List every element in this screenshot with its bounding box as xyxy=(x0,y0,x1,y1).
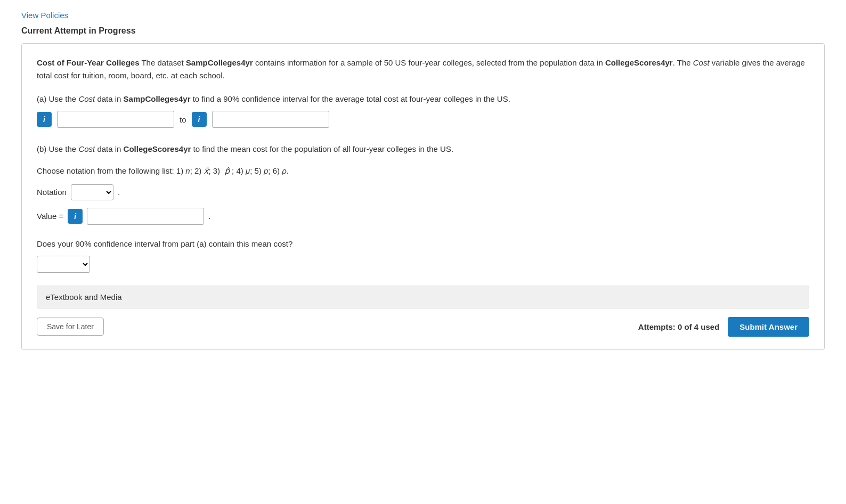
part-b-dataset: CollegeScores4yr xyxy=(124,144,191,153)
info-btn-right[interactable]: i xyxy=(192,112,207,127)
part-b-label: (b) Use the Cost data in CollegeScores4y… xyxy=(37,143,809,156)
main-content-box: Cost of Four-Year Colleges The dataset S… xyxy=(21,43,825,350)
info-btn-left[interactable]: i xyxy=(37,112,52,127)
part-b-text2: data in xyxy=(95,144,123,153)
notation-choose-text: Choose notation from the following list:… xyxy=(37,164,809,178)
notation-dot: . xyxy=(118,188,120,197)
part-b-text1: (b) Use the xyxy=(37,144,78,153)
problem-intro1: The dataset xyxy=(140,58,186,67)
contains-dropdown-row: Yes No xyxy=(37,256,809,273)
cost-variable: Cost xyxy=(693,58,710,67)
notation-row: Notation 1) n 2) x̄ 3) p̂ 4) μ 5) p 6) ρ… xyxy=(37,184,809,200)
part-a-text3: to find a 90% confidence interval for th… xyxy=(190,94,510,103)
part-a-text1: (a) Use the xyxy=(37,94,78,103)
part-a-dataset: SampColleges4yr xyxy=(124,94,191,103)
value-label: Value = xyxy=(37,212,63,221)
interval-input-right[interactable] xyxy=(212,111,329,128)
value-info-btn[interactable]: i xyxy=(68,209,83,224)
interval-row: i to i xyxy=(37,111,809,128)
part-a-label: (a) Use the Cost data in SampColleges4yr… xyxy=(37,93,809,105)
etextbook-bar: eTextbook and Media xyxy=(37,286,809,308)
dataset1-name: SampColleges4yr xyxy=(186,58,253,67)
problem-intro3: . The xyxy=(673,58,693,67)
value-dot: . xyxy=(208,212,210,221)
problem-description: Cost of Four-Year Colleges The dataset S… xyxy=(37,56,809,82)
contains-question-text: Does your 90% confidence interval from p… xyxy=(37,238,809,250)
save-later-button[interactable]: Save for Later xyxy=(37,318,104,336)
interval-input-left[interactable] xyxy=(57,111,174,128)
value-input[interactable] xyxy=(87,208,204,225)
part-a-text2: data in xyxy=(95,94,123,103)
part-b-cost: Cost xyxy=(78,144,95,153)
problem-title: Cost of Four-Year Colleges xyxy=(37,58,140,67)
contains-dropdown[interactable]: Yes No xyxy=(37,256,90,273)
view-policies-link[interactable]: View Policies xyxy=(21,11,825,20)
to-label: to xyxy=(180,115,186,124)
problem-intro2: contains information for a sample of 50 … xyxy=(253,58,605,67)
notation-dropdown[interactable]: 1) n 2) x̄ 3) p̂ 4) μ 5) p 6) ρ xyxy=(71,184,113,200)
current-attempt-heading: Current Attempt in Progress xyxy=(21,26,825,36)
attempts-submit-area: Attempts: 0 of 4 used Submit Answer xyxy=(638,317,809,337)
value-row: Value = i . xyxy=(37,208,809,225)
part-a-cost: Cost xyxy=(78,94,95,103)
bottom-row: Save for Later Attempts: 0 of 4 used Sub… xyxy=(37,317,809,337)
notation-label: Notation xyxy=(37,188,67,197)
dataset2-name: CollegeScores4yr xyxy=(605,58,673,67)
part-b-text3: to find the mean cost for the population… xyxy=(191,144,453,153)
attempts-text: Attempts: 0 of 4 used xyxy=(638,322,720,331)
submit-answer-button[interactable]: Submit Answer xyxy=(728,317,809,337)
